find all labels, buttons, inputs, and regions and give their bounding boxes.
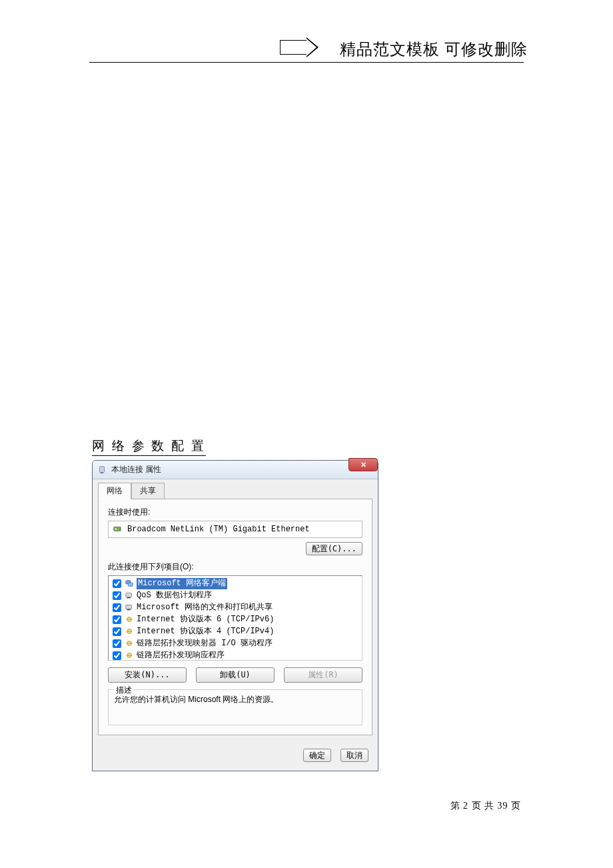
protocol-icon bbox=[124, 650, 135, 661]
arrow-icon bbox=[280, 40, 321, 55]
item-label: 链路层拓扑发现映射器 I/O 驱动程序 bbox=[137, 638, 273, 649]
connect-using-label: 连接时使用: bbox=[108, 507, 362, 518]
svg-rect-0 bbox=[100, 466, 105, 472]
svg-rect-9 bbox=[127, 609, 131, 611]
protocol-icon bbox=[124, 638, 135, 649]
close-icon: ✕ bbox=[360, 461, 366, 469]
configure-button[interactable]: 配置(C)... bbox=[306, 542, 362, 555]
item-checkbox[interactable] bbox=[113, 651, 121, 660]
tab-sharing[interactable]: 共享 bbox=[131, 483, 165, 499]
item-label: Microsoft 网络客户端 bbox=[137, 578, 227, 589]
service-icon bbox=[124, 602, 135, 613]
item-action-buttons: 安装(N)... 卸载(U) 属性(R) bbox=[108, 667, 362, 683]
items-label: 此连接使用下列项目(O): bbox=[108, 561, 362, 573]
service-icon bbox=[124, 590, 135, 601]
list-item[interactable]: Microsoft 网络的文件和打印机共享 bbox=[110, 601, 360, 613]
svg-rect-1 bbox=[101, 472, 103, 473]
dialog-titlebar[interactable]: 本地连接 属性 ✕ bbox=[93, 461, 378, 479]
list-item[interactable]: Internet 协议版本 6 (TCP/IPv6) bbox=[110, 613, 360, 625]
list-item[interactable]: 链路层拓扑发现响应程序 bbox=[110, 649, 360, 661]
header-banner-text: 精品范文模板 可修改删除 bbox=[340, 39, 528, 60]
adapter-icon bbox=[113, 524, 123, 535]
dialog-body: 网络 共享 连接时使用: Broadcom NetLink (TM) Gigab… bbox=[93, 479, 378, 741]
list-item[interactable]: QoS 数据包计划程序 bbox=[110, 589, 360, 601]
tab-panel-network: 连接时使用: Broadcom NetLink (TM) Gigabit Eth… bbox=[98, 499, 372, 735]
protocol-icon bbox=[124, 614, 135, 625]
item-checkbox[interactable] bbox=[113, 627, 121, 636]
svg-rect-6 bbox=[126, 593, 132, 597]
svg-rect-7 bbox=[127, 597, 131, 599]
dialog-title: 本地连接 属性 bbox=[111, 464, 161, 475]
description-label: 描述 bbox=[114, 685, 134, 696]
document-page: 精品范文模板 可修改删除 网 络 参 数 配 置 本地连接 属性 ✕ 网络 共享… bbox=[0, 0, 613, 868]
network-adapter-icon bbox=[97, 465, 107, 475]
item-label: 链路层拓扑发现响应程序 bbox=[137, 650, 225, 661]
header-divider bbox=[89, 62, 524, 63]
item-checkbox[interactable] bbox=[113, 639, 121, 648]
section-title: 网 络 参 数 配 置 bbox=[92, 437, 206, 456]
description-group: 描述 允许您的计算机访问 Microsoft 网络上的资源。 bbox=[108, 689, 362, 725]
item-checkbox[interactable] bbox=[113, 603, 121, 612]
network-items-list[interactable]: Microsoft 网络客户端QoS 数据包计划程序Microsoft 网络的文… bbox=[108, 575, 362, 661]
tab-network[interactable]: 网络 bbox=[98, 483, 131, 499]
item-label: Internet 协议版本 6 (TCP/IPv6) bbox=[137, 614, 274, 625]
client-icon bbox=[124, 578, 135, 589]
install-button[interactable]: 安装(N)... bbox=[108, 667, 187, 683]
svg-rect-2 bbox=[114, 527, 121, 531]
item-label: Microsoft 网络的文件和打印机共享 bbox=[137, 602, 273, 613]
list-item[interactable]: Internet 协议版本 4 (TCP/IPv4) bbox=[110, 625, 360, 637]
adapter-name-text: Broadcom NetLink (TM) Gigabit Ethernet bbox=[127, 525, 310, 534]
adapter-field[interactable]: Broadcom NetLink (TM) Gigabit Ethernet bbox=[108, 521, 362, 538]
ok-button[interactable]: 确定 bbox=[303, 749, 331, 762]
item-checkbox[interactable] bbox=[113, 591, 121, 600]
list-item[interactable]: Microsoft 网络客户端 bbox=[110, 577, 360, 589]
item-label: QoS 数据包计划程序 bbox=[137, 590, 212, 601]
properties-button[interactable]: 属性(R) bbox=[284, 667, 362, 683]
item-checkbox[interactable] bbox=[113, 579, 121, 588]
item-checkbox[interactable] bbox=[113, 615, 121, 624]
protocol-icon bbox=[124, 626, 135, 637]
svg-rect-8 bbox=[126, 605, 132, 609]
svg-rect-5 bbox=[128, 583, 133, 586]
uninstall-button[interactable]: 卸载(U) bbox=[196, 667, 275, 683]
close-button[interactable]: ✕ bbox=[348, 458, 378, 471]
dialog-footer: 确定 取消 bbox=[93, 741, 378, 771]
item-label: Internet 协议版本 4 (TCP/IPv4) bbox=[137, 626, 274, 637]
page-number: 第 2 页 共 39 页 bbox=[450, 800, 522, 812]
tab-bar: 网络 共享 bbox=[98, 483, 372, 499]
cancel-button[interactable]: 取消 bbox=[340, 749, 368, 762]
list-item[interactable]: 链路层拓扑发现映射器 I/O 驱动程序 bbox=[110, 637, 360, 649]
local-connection-properties-dialog: 本地连接 属性 ✕ 网络 共享 连接时使用: bbox=[92, 460, 378, 771]
description-text: 允许您的计算机访问 Microsoft 网络上的资源。 bbox=[114, 694, 356, 705]
svg-rect-3 bbox=[115, 528, 117, 530]
